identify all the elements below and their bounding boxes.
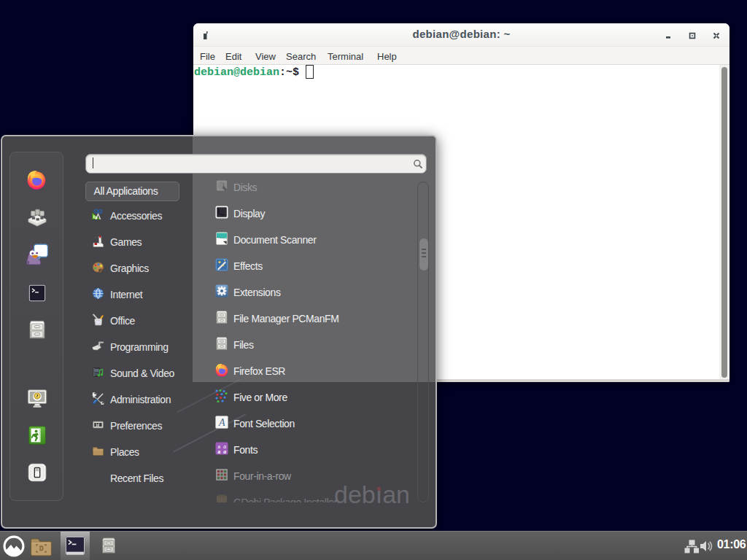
svg-text:a: a xyxy=(223,448,226,455)
svg-text:A: A xyxy=(218,417,225,428)
svg-text:a: a xyxy=(217,448,220,455)
